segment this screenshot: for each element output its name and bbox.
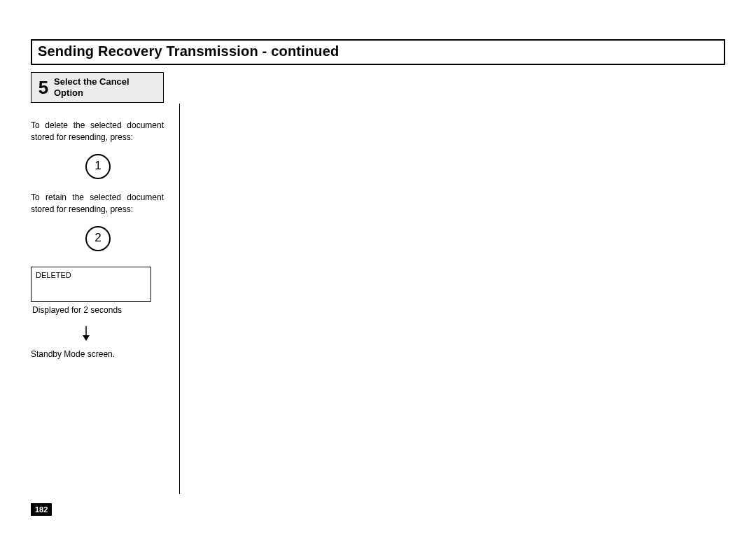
lcd-display-text: DELETED	[36, 271, 71, 279]
paragraph-delete: To delete the selected document stored f…	[31, 120, 164, 144]
left-column: To delete the selected document stored f…	[31, 120, 164, 360]
step-label-line1: Select the Cancel	[54, 76, 130, 87]
page-title: Sending Recovery Transmission - continue…	[38, 43, 340, 59]
keypad-2-label: 2	[94, 230, 101, 247]
page-number-badge: 182	[31, 503, 52, 516]
keypad-1-icon: 1	[85, 154, 111, 179]
step-number: 5	[31, 77, 54, 99]
paragraph-retain: To retain the selected document stored f…	[31, 192, 164, 216]
display-caption: Displayed for 2 seconds	[32, 304, 164, 316]
column-divider	[179, 104, 180, 494]
arrow-down-icon	[81, 326, 164, 342]
page-title-bar: Sending Recovery Transmission - continue…	[31, 39, 725, 65]
step-label-line2: Option	[54, 87, 83, 98]
keypad-1-label: 1	[94, 157, 101, 175]
manual-page: Sending Recovery Transmission - continue…	[0, 0, 756, 534]
step-label: Select the Cancel Option	[54, 76, 134, 98]
keypad-2-icon: 2	[85, 226, 111, 251]
page-number: 182	[35, 505, 48, 514]
standby-text: Standby Mode screen.	[31, 349, 164, 360]
lcd-display-box: DELETED	[31, 267, 151, 302]
svg-marker-1	[83, 335, 90, 341]
step-box: 5 Select the Cancel Option	[31, 72, 164, 103]
